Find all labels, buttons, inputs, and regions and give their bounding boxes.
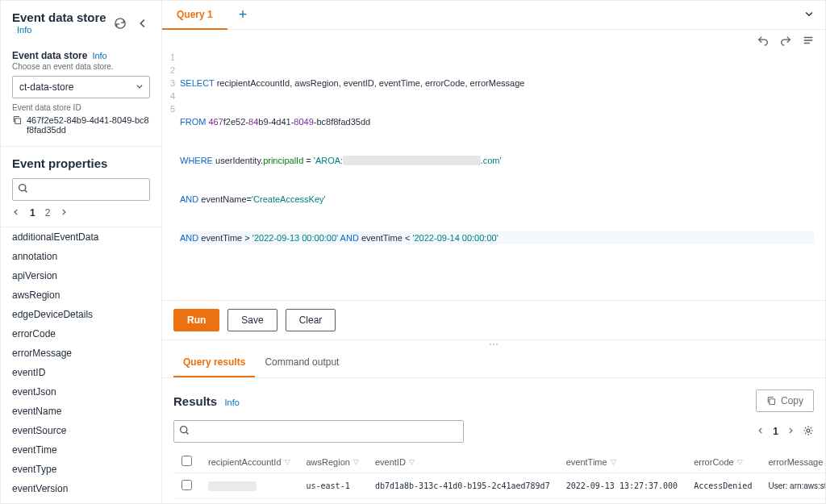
col-errorCode[interactable]: errorCode▽ [694,457,743,467]
pager-prev-icon[interactable] [12,207,20,219]
results-pager: 1 [757,425,814,439]
copy-button[interactable]: Copy [756,389,814,412]
property-item[interactable]: eventType [12,460,150,479]
property-item[interactable]: eventID [12,363,150,382]
sidebar-title: Event data store [12,10,106,24]
event-properties-title: Event properties [1,147,161,178]
info-link[interactable]: Info [92,51,106,60]
collapse-icon[interactable] [136,16,150,31]
sql-editor[interactable]: 12345 SELECT recipientAccountId, awsRegi… [162,48,825,300]
datastore-select[interactable]: ct-data-store [12,76,150,98]
undo-icon[interactable] [757,35,769,46]
property-item[interactable]: apiVersion [12,266,150,285]
info-link[interactable]: Info [17,25,31,35]
pager-next-icon[interactable] [60,207,68,219]
property-item[interactable]: annotation [12,247,150,266]
property-item[interactable]: additionalEventData [12,227,150,247]
col-recipientAccountId[interactable]: recipientAccountId▽ [208,457,290,467]
info-link[interactable]: Info [225,398,240,407]
table-row[interactable]: us-east-1 db7d1a8b-313c-41d0-b195-2c41ae… [173,473,825,499]
format-icon[interactable] [803,35,814,46]
svg-point-4 [807,429,810,432]
tab-query-1[interactable]: Query 1 [162,1,227,30]
property-item[interactable]: eventVersion [12,479,150,498]
pager-prev-icon[interactable] [757,426,765,437]
datastore-id-label: Event data store ID [12,103,150,112]
svg-rect-0 [15,119,21,124]
property-item[interactable]: eventTime [12,440,150,460]
property-item[interactable]: awsRegion [12,285,150,305]
refresh-icon[interactable] [113,16,127,31]
svg-rect-2 [770,399,775,405]
add-tab-button[interactable]: + [227,6,259,23]
property-item[interactable]: eventName [12,402,150,421]
pager-next-icon[interactable] [786,426,795,437]
properties-list: additionalEventDataannotationapiVersiona… [1,227,161,503]
datastore-help: Choose an event data store. [12,62,150,71]
search-icon [18,183,28,196]
run-button[interactable]: Run [173,309,219,331]
col-awsRegion[interactable]: awsRegion▽ [307,457,359,467]
results-filter-input[interactable] [173,420,464,443]
drag-handle[interactable]: ⋯ [162,340,825,348]
col-eventTime[interactable]: eventTime▽ [566,457,616,467]
redacted-cell [208,481,257,491]
col-errorMessage[interactable]: errorMessage [768,457,823,467]
redo-icon[interactable] [780,35,791,46]
results-title: Results [173,394,217,408]
datastore-label: Event data store [12,50,87,61]
col-eventID[interactable]: eventID▽ [375,457,415,467]
row-checkbox[interactable] [181,480,192,490]
save-button[interactable]: Save [227,309,277,331]
select-all-checkbox[interactable] [181,456,192,466]
datastore-id: 467f2e52-84b9-4d41-8049-bc8f8fad35dd [27,115,150,135]
sidebar: Event data store Info Event data store I… [1,1,162,503]
tab-menu-button[interactable] [793,9,825,21]
clear-button[interactable]: Clear [286,309,336,331]
property-item[interactable]: eventJson [12,382,150,402]
copy-icon[interactable] [12,115,22,127]
main-panel: Query 1 + 12345 SELECT recipientAccountI… [162,1,825,503]
svg-point-3 [181,427,187,433]
property-item[interactable]: eventSource [12,421,150,440]
svg-point-1 [19,185,26,191]
property-item[interactable]: errorCode [12,324,150,344]
property-item[interactable]: insightDetails [12,498,150,503]
search-icon [179,425,190,438]
property-item[interactable]: edgeDeviceDetails [12,305,150,324]
properties-pager: 1 2 [1,201,161,225]
tab-command-output[interactable]: Command output [255,348,348,377]
properties-search-input[interactable] [12,178,150,201]
tab-query-results[interactable]: Query results [173,348,255,377]
results-table: recipientAccountId▽ awsRegion▽ eventID▽ … [173,451,825,499]
property-item[interactable]: errorMessage [12,344,150,363]
gear-icon[interactable] [803,425,814,439]
